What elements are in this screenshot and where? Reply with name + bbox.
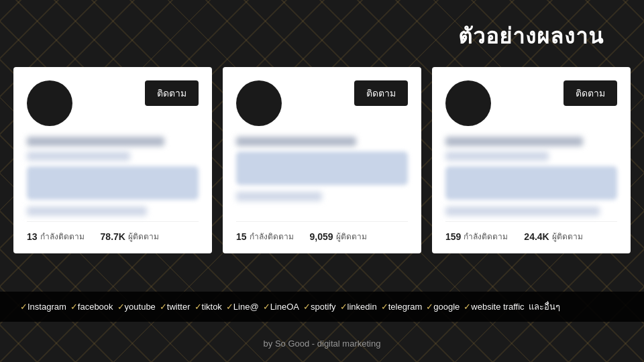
check-icon: ✓ xyxy=(381,302,388,312)
service-tag-website-traffic: ✓website traffic xyxy=(464,302,524,312)
following-label-1: กำลังติดตาม xyxy=(40,230,85,243)
bio-section-1 xyxy=(27,166,199,200)
card-header-2: ติดตาม xyxy=(236,80,408,126)
avatar-1 xyxy=(27,80,72,126)
followers-stat-1: 78.7K ผู้ติดตาม xyxy=(101,230,159,243)
following-stat-3: 159 กำลังติดตาม xyxy=(445,230,508,243)
stats-row-2: 15 กำลังติดตาม 9,059 ผู้ติดตาม xyxy=(236,221,408,243)
following-count-1: 13 xyxy=(27,231,38,242)
service-tag-linkedin: ✓linkedin xyxy=(340,302,377,312)
bio-section-3 xyxy=(445,166,617,200)
service-tag-spotify: ✓spotify xyxy=(303,302,336,312)
following-count-2: 15 xyxy=(236,231,247,242)
name-line-2 xyxy=(236,137,356,146)
service-tag-telegram: ✓telegram xyxy=(381,302,423,312)
stats-row-1: 13 กำลังติดตาม 78.7K ผู้ติดตาม xyxy=(27,221,199,243)
check-icon: ✓ xyxy=(117,302,125,312)
sub-line-3 xyxy=(445,152,549,161)
follow-button-3[interactable]: ติดตาม xyxy=(564,80,617,106)
card-header-3: ติดตาม xyxy=(445,80,617,126)
service-tag-google: ✓google xyxy=(426,302,460,312)
check-icon: ✓ xyxy=(263,302,270,312)
followers-count-3: 24.4K xyxy=(524,231,549,242)
card-header-1: ติดตาม xyxy=(27,80,199,126)
profile-card-3: ติดตาม 159 กำลังติดตาม 24.4K ผู้ติดตาม xyxy=(432,67,631,253)
check-icon: ✓ xyxy=(426,302,433,312)
following-stat-2: 15 กำลังติดตาม xyxy=(236,230,294,243)
avatar-2 xyxy=(236,80,282,126)
followers-label-3: ผู้ติดตาม xyxy=(552,230,583,243)
services-bar: ✓Instagram✓facebook✓youtube✓twitter✓tikt… xyxy=(0,292,644,322)
followers-label-1: ผู้ติดตาม xyxy=(128,230,159,243)
card-content-1 xyxy=(27,134,199,221)
following-stat-1: 13 กำลังติดตาม xyxy=(27,230,85,243)
name-line-3 xyxy=(445,137,583,146)
name-line-1 xyxy=(27,137,164,146)
check-icon: ✓ xyxy=(20,302,28,312)
service-tag-facebook: ✓facebook xyxy=(70,302,113,312)
followers-count-2: 9,059 xyxy=(310,231,333,242)
service-tag-youtube: ✓youtube xyxy=(117,302,156,312)
check-icon: ✓ xyxy=(303,302,311,312)
service-tag-line@: ✓Line@ xyxy=(226,302,259,312)
service-tag-tiktok: ✓tiktok xyxy=(195,302,222,312)
cards-container: ติดตาม 13 กำลังติดตาม 78.7K ผู้ติดตาม ติ… xyxy=(13,67,631,253)
profile-card-2: ติดตาม 15 กำลังติดตาม 9,059 ผู้ติดตาม xyxy=(223,67,421,253)
check-icon: ✓ xyxy=(195,302,202,312)
service-tag-lineoa: ✓LineOA xyxy=(263,302,299,312)
check-icon: ✓ xyxy=(70,302,78,312)
page-title: ตัวอย่างผลงาน xyxy=(458,19,604,53)
check-icon: ✓ xyxy=(340,302,347,312)
check-icon: ✓ xyxy=(226,302,233,312)
stats-row-3: 159 กำลังติดตาม 24.4K ผู้ติดตาม xyxy=(445,221,617,243)
service-tag-instagram: ✓Instagram xyxy=(20,302,66,312)
avatar-3 xyxy=(445,80,491,126)
detail-line-2 xyxy=(236,192,322,201)
detail-line-3 xyxy=(445,206,600,216)
detail-line-1 xyxy=(27,206,147,216)
check-icon: ✓ xyxy=(160,302,167,312)
followers-stat-3: 24.4K ผู้ติดตาม xyxy=(524,230,582,243)
followers-label-2: ผู้ติดตาม xyxy=(336,230,367,243)
footer-credit: by So Good - digital marketing xyxy=(0,339,644,349)
service-tag-และอื่นๆ: และอื่นๆ xyxy=(529,300,560,314)
bio-section-2 xyxy=(236,152,408,185)
followers-count-1: 78.7K xyxy=(101,231,125,242)
follow-button-1[interactable]: ติดตาม xyxy=(145,80,199,106)
check-icon: ✓ xyxy=(464,302,471,312)
followers-stat-2: 9,059 ผู้ติดตาม xyxy=(310,230,367,243)
sub-line-1 xyxy=(27,152,130,161)
service-tag-twitter: ✓twitter xyxy=(160,302,191,312)
following-count-3: 159 xyxy=(445,231,461,242)
profile-card-1: ติดตาม 13 กำลังติดตาม 78.7K ผู้ติดตาม xyxy=(13,67,212,253)
following-label-3: กำลังติดตาม xyxy=(464,230,508,243)
card-content-2 xyxy=(236,134,408,221)
card-content-3 xyxy=(445,134,617,221)
follow-button-2[interactable]: ติดตาม xyxy=(354,80,408,106)
following-label-2: กำลังติดตาม xyxy=(250,230,294,243)
